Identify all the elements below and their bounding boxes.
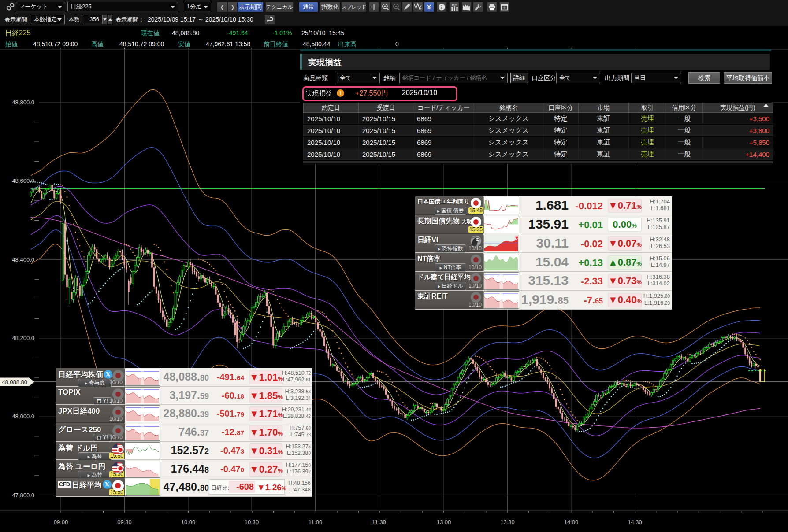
svg-text:11:00: 11:00 [309,519,323,525]
svg-text:48,088.80: 48,088.80 [2,379,27,385]
svg-text:48,800.0: 48,800.0 [12,99,34,106]
svg-text:48,200.0: 48,200.0 [12,335,34,341]
svg-text:10:30: 10:30 [245,519,259,525]
svg-text:09:30: 09:30 [117,519,132,525]
svg-text:14:00: 14:00 [564,519,579,525]
svg-text:09:00: 09:00 [54,519,68,525]
svg-text:11:30: 11:30 [372,519,386,525]
svg-text:¥: ¥ [427,3,431,11]
svg-text:14:30: 14:30 [628,519,642,525]
svg-text:48,000.0: 48,000.0 [12,413,34,420]
svg-text:48,400.0: 48,400.0 [12,256,34,263]
svg-text:10:00: 10:00 [181,519,196,525]
svg-text:13:00: 13:00 [437,519,451,525]
svg-text:13:30: 13:30 [500,519,515,525]
svg-text:MY: MY [452,3,457,7]
svg-text:47,800.0: 47,800.0 [12,492,34,499]
